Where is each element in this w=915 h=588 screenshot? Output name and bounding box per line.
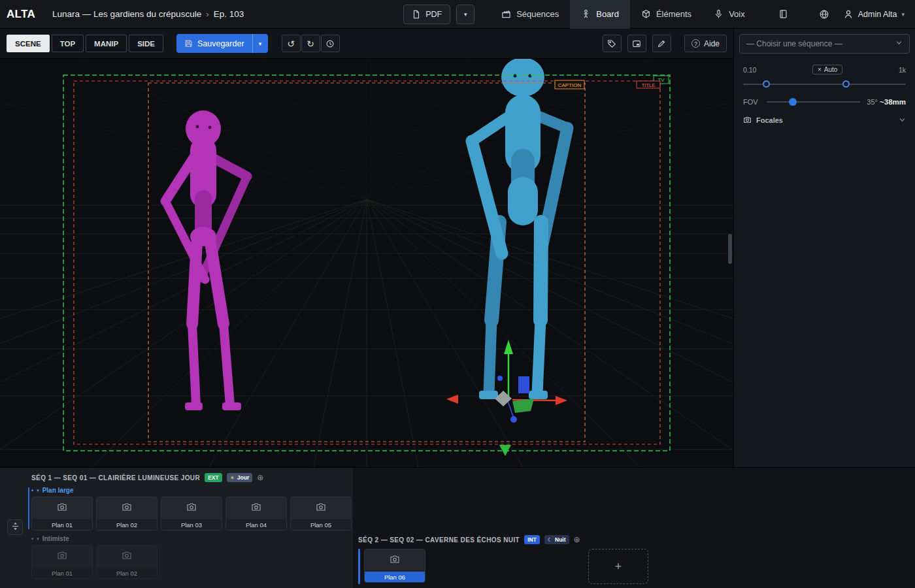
title-safe-label: TITLE xyxy=(642,82,655,88)
sequence-title[interactable]: SÉQ 1 — SEQ 01 — CLAIRIÈRE LUMINEUSE JOU… xyxy=(31,474,200,482)
selection-indicator xyxy=(358,549,360,584)
moon-icon: ☾ xyxy=(548,537,552,543)
clip-range-handle-max[interactable] xyxy=(842,80,850,88)
clapperboard-icon xyxy=(501,9,511,19)
camera-icon xyxy=(251,502,261,515)
auto-toggle[interactable]: × Auto xyxy=(812,65,842,74)
save-button[interactable]: Sauvegarder xyxy=(176,34,252,53)
nav-label: Board xyxy=(596,9,619,19)
clock-icon xyxy=(325,39,335,48)
group-label-row[interactable]: • ▾ Intimiste xyxy=(31,535,353,542)
history-button[interactable] xyxy=(321,35,340,52)
breadcrumb-episode[interactable]: Ep. 103 xyxy=(214,9,244,19)
camera-icon xyxy=(390,554,400,567)
tag-icon xyxy=(607,39,616,48)
app-root: ALTA Lunara — Les gardiens du crépuscule… xyxy=(0,0,915,588)
sequence-title[interactable]: SÉQ 2 — SEQ 02 — CAVERNE DES ÉCHOS NUIT xyxy=(358,536,520,544)
focales-section-toggle[interactable]: Focales xyxy=(734,116,915,124)
sun-icon: ☀ xyxy=(230,475,235,481)
tag-button[interactable] xyxy=(603,35,622,52)
sequence-select[interactable]: — Choisir une séquence — xyxy=(739,34,910,54)
mannequin-icon xyxy=(581,9,591,19)
clip-max-value: 1k xyxy=(899,66,906,74)
shot-thumbnail[interactable]: Plan 05 xyxy=(290,497,352,531)
journal-icon[interactable] xyxy=(778,9,788,19)
breadcrumb: Lunara — Les gardiens du crépuscule › Ep… xyxy=(52,9,244,19)
cube-icon xyxy=(641,9,651,19)
frame-button[interactable] xyxy=(627,35,646,52)
fov-label: FOV xyxy=(743,98,767,106)
caption-safe-label: CAPTION xyxy=(558,82,582,88)
sequence-2-header: SÉQ 2 — SEQ 02 — CAVERNE DES ÉCHOS NUIT … xyxy=(358,535,915,544)
sequence-1-header: SÉQ 1 — SEQ 01 — CLAIRIÈRE LUMINEUSE JOU… xyxy=(31,473,353,482)
focales-label: Focales xyxy=(756,116,783,124)
night-badge: ☾ Nuit xyxy=(544,535,569,544)
group-label-row[interactable]: • ▾ Plan large xyxy=(31,487,353,494)
nav-voice[interactable]: Voix xyxy=(703,0,756,29)
interior-badge: INT xyxy=(524,535,540,544)
fov-row: FOV 35° ~38mm xyxy=(734,97,915,106)
chevron-down-icon: ▾ xyxy=(37,488,39,493)
work-area: SCENE TOP MANIP SIDE Sauvegarder ▾ ↺ xyxy=(0,29,733,467)
undo-button[interactable]: ↺ xyxy=(282,35,301,52)
sequence-block-2: SÉQ 2 — SEQ 02 — CAVERNE DES ÉCHOS NUIT … xyxy=(358,535,915,584)
shot-thumbnail[interactable]: Plan 02 xyxy=(96,545,158,579)
globe-icon[interactable] xyxy=(819,9,829,20)
nav-sequences[interactable]: Séquences xyxy=(490,0,570,29)
file-pdf-icon xyxy=(412,10,421,19)
viewport-toolbar: SCENE TOP MANIP SIDE Sauvegarder ▾ ↺ xyxy=(0,29,733,59)
shot-thumbnail-selected[interactable]: Plan 06 xyxy=(364,549,425,583)
sequence-select-placeholder: — Choisir une séquence — xyxy=(746,39,842,48)
sequence-block-1: SÉQ 1 — SEQ 01 — CLAIRIÈRE LUMINEUSE JOU… xyxy=(0,468,353,588)
bullet-icon: • xyxy=(31,536,33,542)
redo-icon: ↻ xyxy=(307,39,314,48)
pdf-export-group: PDF ▾ xyxy=(403,5,474,24)
nav-label: Séquences xyxy=(516,9,559,19)
help-button[interactable]: ? Aide xyxy=(684,35,727,52)
close-icon: × xyxy=(818,66,822,73)
fov-millimeters: ~38mm xyxy=(880,98,906,106)
view-side-button[interactable]: SIDE xyxy=(129,35,163,52)
shot-thumbnail[interactable]: Plan 01 xyxy=(31,545,93,579)
fov-value: 35° ~38mm xyxy=(867,98,906,106)
save-icon xyxy=(184,39,193,48)
viewport-scrollbar[interactable] xyxy=(728,234,732,264)
shot-thumbnail[interactable]: Plan 01 xyxy=(31,497,93,531)
exterior-badge: EXT xyxy=(205,473,222,482)
plan-group-large: • ▾ Plan large Plan 01 Plan 02 P xyxy=(31,487,353,531)
nav-elements[interactable]: Éléments xyxy=(630,0,703,29)
redo-button[interactable]: ↻ xyxy=(301,35,320,52)
user-name: Admin Alta xyxy=(858,10,897,19)
viewport-3d[interactable]: TV TITLE CAPTION xyxy=(0,59,733,467)
view-scene-button[interactable]: SCENE xyxy=(7,35,50,52)
add-shot-tile[interactable]: + xyxy=(588,549,648,584)
camera-icon xyxy=(122,550,132,563)
shot-thumbnail[interactable]: Plan 03 xyxy=(161,497,222,531)
pdf-export-button[interactable]: PDF xyxy=(403,5,450,24)
camera-icon xyxy=(57,550,67,563)
daytime-badge: ☀ Jour xyxy=(227,473,253,482)
shot-thumbnail[interactable]: Plan 04 xyxy=(225,497,287,531)
pencil-button[interactable] xyxy=(652,35,671,52)
pdf-dropdown-button[interactable]: ▾ xyxy=(456,5,474,24)
view-top-button[interactable]: TOP xyxy=(52,35,84,52)
history-group: ↺ ↻ xyxy=(282,35,340,52)
user-menu[interactable]: Admin Alta ▾ xyxy=(843,9,905,20)
clip-min-value: 0.10 xyxy=(743,66,756,74)
shot-thumbnail[interactable]: Plan 02 xyxy=(96,497,158,531)
caret-down-icon: ▾ xyxy=(901,11,905,18)
fov-handle[interactable] xyxy=(789,98,797,106)
resize-vertical-icon xyxy=(11,522,20,532)
fov-slider[interactable] xyxy=(767,97,860,106)
panel-resize-handle[interactable] xyxy=(7,519,23,535)
add-plan-button[interactable]: ⊕ xyxy=(257,474,263,482)
microphone-icon xyxy=(714,9,724,19)
nav-board[interactable]: Board xyxy=(570,0,630,29)
camera-icon xyxy=(743,116,752,124)
breadcrumb-project[interactable]: Lunara — Les gardiens du crépuscule xyxy=(52,9,201,19)
view-manip-button[interactable]: MANIP xyxy=(86,35,127,52)
save-dropdown-button[interactable]: ▾ xyxy=(252,34,268,53)
clip-range-handle-min[interactable] xyxy=(763,80,770,88)
clip-range-slider[interactable] xyxy=(743,79,906,90)
add-plan-button[interactable]: ⊕ xyxy=(574,536,580,544)
